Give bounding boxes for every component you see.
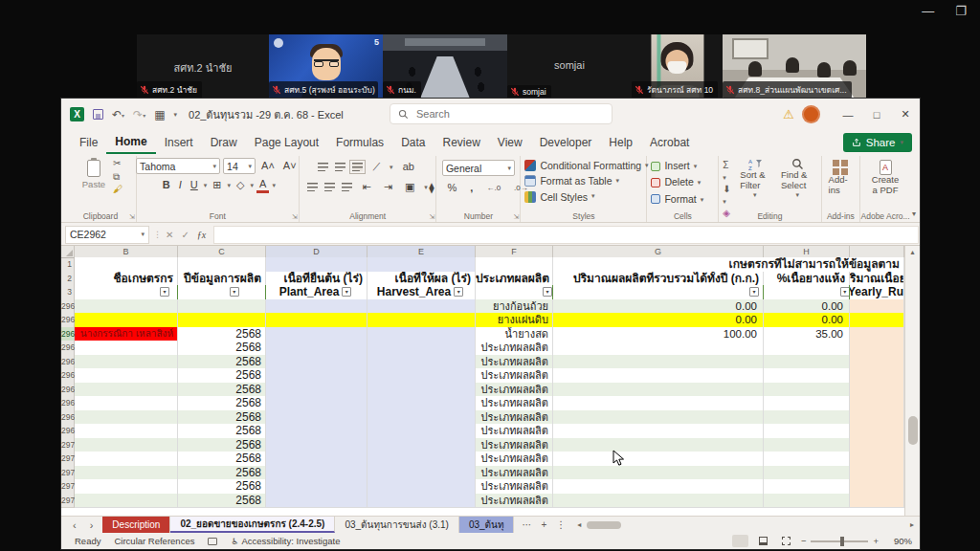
grid-cell[interactable] bbox=[850, 355, 904, 370]
grid-cell[interactable]: 2568 bbox=[178, 466, 266, 481]
grid-cell[interactable] bbox=[553, 383, 764, 398]
grid-cell[interactable] bbox=[368, 494, 476, 509]
account-avatar[interactable] bbox=[802, 105, 820, 123]
tab-file[interactable]: File bbox=[71, 132, 106, 153]
grid-cell[interactable]: %เนื้อยางแห้ง bbox=[764, 272, 850, 287]
horizontal-scrollbar[interactable]: ◂ ▸ bbox=[573, 517, 920, 533]
grid-cell[interactable] bbox=[75, 466, 178, 481]
row-header[interactable]: 2966 bbox=[61, 383, 75, 398]
zoom-slider-thumb[interactable] bbox=[840, 537, 844, 546]
grid-cell[interactable]: เนื้อที่ให้ผล (ไร่) bbox=[368, 272, 476, 287]
tab-formulas[interactable]: Formulas bbox=[327, 132, 392, 153]
grid-cell[interactable] bbox=[178, 299, 266, 315]
grid-cell[interactable] bbox=[368, 479, 476, 495]
orientation-button[interactable]: ⟋ bbox=[369, 160, 383, 174]
accounting-format-button[interactable]: ⧫ bbox=[426, 181, 436, 195]
grid-cell[interactable]: ประเภทผลผลิต bbox=[476, 272, 553, 287]
name-box[interactable]: CE2962 ▾ bbox=[65, 226, 149, 244]
grid-cell[interactable] bbox=[850, 438, 904, 453]
grid-cell[interactable] bbox=[266, 355, 368, 370]
alignment-dialog-launcher[interactable]: ⇲ bbox=[430, 213, 435, 221]
participant-tile-6[interactable]: สศท.8_ส่วนแผนพัฒนาเขตเศ... bbox=[723, 34, 866, 99]
format-cells-button[interactable]: Format▾ bbox=[651, 191, 703, 208]
save-icon[interactable] bbox=[93, 109, 103, 120]
select-all-corner[interactable] bbox=[61, 246, 75, 258]
grid-cell[interactable] bbox=[368, 327, 476, 342]
decrease-indent-button[interactable]: ⇤ bbox=[359, 180, 373, 194]
autosum-button[interactable]: Σ ▾ bbox=[723, 160, 731, 182]
grid-cell[interactable] bbox=[850, 452, 904, 467]
table-header-cell[interactable]: Harvest_Area▾ bbox=[368, 285, 476, 300]
grid-cell[interactable] bbox=[368, 410, 476, 426]
grid-cell[interactable] bbox=[266, 368, 368, 384]
sheet-tab-cost[interactable]: 03_ต้นทุ bbox=[459, 517, 515, 533]
grid-cell[interactable] bbox=[553, 368, 764, 384]
grid-cell[interactable] bbox=[75, 368, 178, 384]
grid-cell[interactable] bbox=[764, 424, 850, 439]
undo-button[interactable]: ↶▾ bbox=[112, 109, 124, 121]
grid-cell[interactable] bbox=[75, 383, 178, 398]
grid-cell[interactable]: ประเภทผลผลิต bbox=[476, 452, 553, 467]
number-dialog-launcher[interactable]: ⇲ bbox=[514, 213, 520, 221]
zoom-out-button[interactable]: − bbox=[801, 536, 807, 546]
filter-dropdown-icon[interactable]: ▾ bbox=[160, 287, 169, 297]
row-header[interactable]: 2969 bbox=[61, 424, 75, 439]
grid-cell[interactable]: 0.00 bbox=[553, 313, 764, 328]
grid-cell[interactable] bbox=[266, 452, 368, 467]
search-box[interactable] bbox=[390, 103, 612, 124]
grid-cell[interactable]: 0.00 bbox=[553, 299, 764, 315]
grid-cell[interactable] bbox=[850, 479, 904, 495]
row-header[interactable]: 2962 bbox=[61, 327, 75, 342]
row-header[interactable]: 2961 bbox=[61, 313, 75, 328]
grid-cell[interactable] bbox=[850, 424, 904, 439]
zoom-in-button[interactable]: + bbox=[873, 536, 879, 546]
row-header[interactable]: 2963 bbox=[61, 341, 75, 356]
filter-dropdown-icon[interactable]: ▾ bbox=[342, 287, 351, 297]
increase-decimal-button[interactable]: ←.0 bbox=[483, 183, 503, 194]
participant-tile-1[interactable]: สศท.2 นำชัย สศท.2 นำชัย bbox=[137, 34, 269, 99]
sheet-nav-right-icon[interactable]: › bbox=[90, 519, 94, 531]
grid-cell[interactable] bbox=[764, 383, 850, 398]
grid-cell[interactable]: 2568 bbox=[178, 327, 266, 342]
grid-cell[interactable] bbox=[368, 424, 476, 439]
table-header-cell[interactable]: RubberType▾ bbox=[476, 285, 553, 300]
grid-cell[interactable]: ประเภทผลผลิต bbox=[476, 341, 553, 356]
table-header-cell[interactable]: Yearly_RubberType_ProductQty▾ bbox=[553, 285, 764, 300]
tab-home[interactable]: Home bbox=[106, 131, 155, 154]
grid-cell[interactable]: ประเภทผลผลิต bbox=[476, 438, 553, 453]
align-middle-button[interactable] bbox=[335, 163, 345, 171]
grid-cell[interactable] bbox=[764, 396, 850, 411]
grid-cell[interactable] bbox=[553, 410, 764, 426]
row-header[interactable]: 2964 bbox=[61, 355, 75, 370]
grid-cell[interactable] bbox=[368, 368, 476, 384]
grid-cell[interactable] bbox=[850, 383, 904, 398]
cut-button[interactable]: ✂ bbox=[113, 158, 122, 169]
number-format-select[interactable]: General▾ bbox=[442, 160, 515, 176]
new-sheet-button[interactable]: + bbox=[541, 519, 546, 530]
touch-mode-icon[interactable]: ▦ bbox=[154, 109, 165, 121]
row-header[interactable]: 2 bbox=[61, 272, 75, 287]
grid-cell[interactable] bbox=[266, 438, 368, 453]
enter-entry-icon[interactable]: ✓ bbox=[181, 230, 189, 240]
warning-icon[interactable]: ⚠ bbox=[783, 107, 794, 121]
collapse-ribbon-button[interactable]: ▾ bbox=[912, 209, 916, 218]
participant-tile-3[interactable]: กนม. bbox=[383, 34, 507, 99]
grid-cell[interactable] bbox=[850, 494, 904, 509]
filter-dropdown-icon[interactable]: ▾ bbox=[749, 287, 759, 297]
tab-insert[interactable]: Insert bbox=[156, 132, 202, 153]
grid-cell[interactable] bbox=[75, 313, 178, 328]
grid-cell[interactable]: นางกรรณิกา เหลาสิงห์ bbox=[75, 327, 178, 342]
sheet-tab-transport-cost[interactable]: 03_ต้นทุนการขนส่ง (3.1) bbox=[335, 517, 458, 533]
align-center-button[interactable] bbox=[324, 183, 335, 191]
filter-dropdown-icon[interactable]: ▾ bbox=[454, 287, 463, 297]
scroll-up-arrow[interactable]: ▴ bbox=[905, 248, 920, 256]
grid-cell[interactable] bbox=[266, 383, 368, 398]
grid-cell-note[interactable]: เกษตรกรที่ไม่สามารถให้ข้อมูลตาม bbox=[553, 257, 904, 273]
sheet-tab-active[interactable]: 02_ยอดขายของเกษตรกร (2.4-2.5) bbox=[170, 517, 335, 533]
row-header[interactable]: 2965 bbox=[61, 368, 75, 384]
fill-color-button[interactable]: ◇ bbox=[234, 178, 247, 192]
tab-acrobat[interactable]: Acrobat bbox=[641, 132, 698, 153]
grid-cell[interactable] bbox=[75, 424, 178, 439]
table-header-cell[interactable]: Plant_Area▾ bbox=[266, 285, 368, 300]
grid-cell[interactable] bbox=[764, 494, 850, 509]
